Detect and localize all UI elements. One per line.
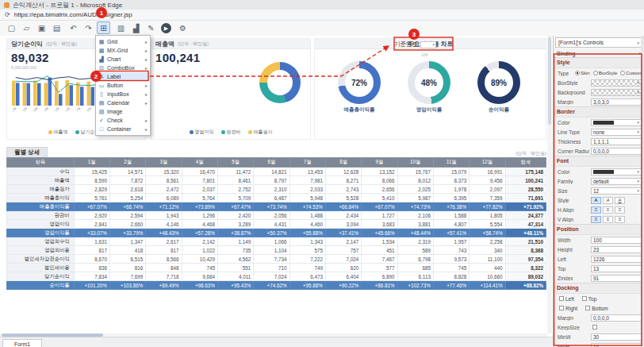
prop-row-margin: Margin0,0,0,0 [554,313,644,322]
keepsize-checkbox[interactable] [592,325,597,330]
submenu-arrow-icon: ▸ [145,83,148,88]
table-row: 영업이익2,8412,6604,1464,4683,2894,4314,4603… [7,220,546,229]
corner-radius-input[interactable]: 0,0,0,0 [591,148,642,155]
align-button[interactable]: ≡ [603,206,613,214]
submenu-arrow-icon: ▸ [145,65,148,71]
align-button[interactable]: ≡ [615,216,625,223]
canvas-vertical-scrollbar[interactable] [547,36,552,334]
controls-selector[interactable]: [Form1]'s Controls ▾ [555,37,642,48]
designer-canvas: 당기순이익 (단위 : 백만원) 89,032 6,000,000,000 1월… [0,36,553,337]
run-icon[interactable]: ▶ [161,23,171,33]
chart-tool-icon[interactable]: ▟ [129,21,143,34]
menu-item-chart[interactable]: ▟Chart▸ [96,55,150,64]
radio-custom[interactable]: Custom [620,71,642,75]
url-text[interactable]: https://epa.bimatrix.com/AUD/designer.js… [14,11,132,18]
panel-scrollbar[interactable] [641,36,644,347]
prop-row-corner-radius: Corner Radius0,0,0,0 [554,146,644,156]
font-style-bold-button[interactable]: A [591,197,601,204]
dock-top-checkbox[interactable]: Top [582,296,596,302]
radio-skin[interactable]: Skin [575,71,590,75]
menu-item-check[interactable]: ✓Check▸ [96,116,150,125]
undo-icon[interactable]: ↶ [67,21,80,34]
radio-boxstyle[interactable]: BoxStyle [593,71,618,75]
height-input[interactable]: 23 [591,246,642,253]
minh-input[interactable]: 14 [591,343,642,347]
sales-card-header: 매출액 (단위 : 백만원) [151,39,310,49]
print-icon[interactable]: ▤ [50,21,63,34]
line-type-select[interactable]: none▾ [591,129,642,136]
section-header-position[interactable]: Position [554,224,644,235]
section-header-style[interactable]: Style [554,57,644,68]
legend-item: 영업이익 [190,129,214,136]
section-header-border[interactable]: Border [554,106,644,118]
align-button[interactable]: ≡ [615,206,625,214]
ratio-donut-1: 72%매출총이익률 [325,61,393,114]
address-bar[interactable]: ⟳ https://epa.bimatrix.com/AUD/designer.… [0,10,644,21]
save-icon[interactable]: ▣ [35,21,48,34]
zindex-input[interactable]: 91 [591,275,642,282]
menu-item-combobox[interactable]: ⊟ComboBox▸ [96,64,150,72]
menu-item-image[interactable]: ▨Image [96,107,150,116]
menu-item-button[interactable]: ▭Button▸ [96,81,150,90]
menu-item-calendar[interactable]: ▤Calendar▸ [96,98,150,107]
left-input[interactable]: 1226 [591,256,642,263]
dock-bottom-checkbox[interactable]: Bottom [585,306,608,311]
preview-icon[interactable]: ▥ [114,21,128,34]
menu-item-inputbox[interactable]: ▯InputBox▸ [96,90,150,98]
browser-window: 손익계산서 - 프로필 1 - Microsoft Edge ⟳ https:/… [0,0,644,347]
color-color-picker[interactable]: ▾ [591,119,642,126]
prop-row-thickness: Thickness1,1,1,1 [554,137,644,146]
chevron-down-icon: ▾ [637,179,639,183]
boxstyle-picker[interactable]: ▾ [591,79,642,87]
prop-row-style: StyleAAA [554,195,644,205]
submenu-arrow-icon: ▸ [145,48,148,53]
v-scroll-thumb[interactable] [548,37,551,125]
background-picker[interactable]: ▾ [591,89,642,96]
section-header-docking[interactable]: Docking [554,283,644,294]
open-folder-icon[interactable]: ▱ [20,21,33,34]
color-color-picker[interactable]: ▾ [591,168,642,175]
margin-input[interactable]: 0,0,0,0 [591,314,642,322]
chevron-down-icon: ▾ [637,40,639,45]
monthly-detail-title: 월별 상세 [6,147,48,157]
component-palette-icon[interactable]: ⊞ [97,21,110,34]
reload-icon[interactable]: ⟳ [5,11,10,18]
thickness-input[interactable]: 1,1,1,1 [591,138,642,145]
base-year-control[interactable]: 기준연도 ▾ [394,40,436,48]
window-title: 손익계산서 - 프로필 1 - Microsoft Edge [13,1,122,10]
color-swatch [593,170,614,174]
section-header-font[interactable]: Font [554,156,644,167]
width-input[interactable]: 100 [591,237,642,244]
binding-row[interactable]: Binding ▾ [554,49,644,57]
margin-input[interactable]: 3,0,3,0 [591,98,642,106]
font-style-italic-button[interactable]: A [603,197,613,204]
font-style-underline-button[interactable]: A [615,197,625,204]
table-col-header: 11월 [433,158,469,168]
align-button[interactable]: ≡ [591,216,601,223]
menu-item-label[interactable]: ALabel [96,72,150,81]
dock-left-checkbox[interactable]: Left [559,296,574,302]
size-select[interactable]: 12▾ [591,187,642,195]
prop-row-minw: MinW30 [554,332,644,341]
settings-gear-icon[interactable]: ⚙ [176,21,190,34]
family-select[interactable]: default▾ [591,178,642,185]
redo-icon[interactable]: ↷ [82,21,95,34]
form-tab[interactable]: Form1 [2,339,42,347]
base-year-dropdown[interactable]: ▾ [420,41,436,48]
prop-row-top: Top13 [554,264,644,273]
minw-input[interactable]: 30 [591,334,642,341]
top-input[interactable]: 13 [591,265,642,272]
table-row: 당기순이익7,8347,6997,7189,6844,0117,0246,473… [7,272,546,281]
profit-ratio-card: 주요이익률 차트 기준연도 ▾ 108 72%매출총이익률48%영업이익률89%… [314,38,546,140]
menu-item-mx-grid[interactable]: ▩MX-Grid▸ [96,46,150,55]
align-button[interactable]: ≡ [603,216,613,223]
binding-label: Binding [557,51,575,56]
menu-item-container[interactable]: □Container▸ [96,125,150,133]
table-row: 판관비2,9202,5941,9431,2962,4202,0561,4882,… [7,211,546,220]
new-document-icon[interactable]: ▢ [5,21,18,34]
align-button[interactable]: ≡ [591,206,601,214]
edit-icon[interactable]: ✎ [144,21,158,34]
dock-right-checkbox[interactable]: Right [559,306,577,311]
chevron-down-icon: ▾ [637,129,639,134]
menu-item-grid[interactable]: ▦Grid▸ [96,37,150,46]
